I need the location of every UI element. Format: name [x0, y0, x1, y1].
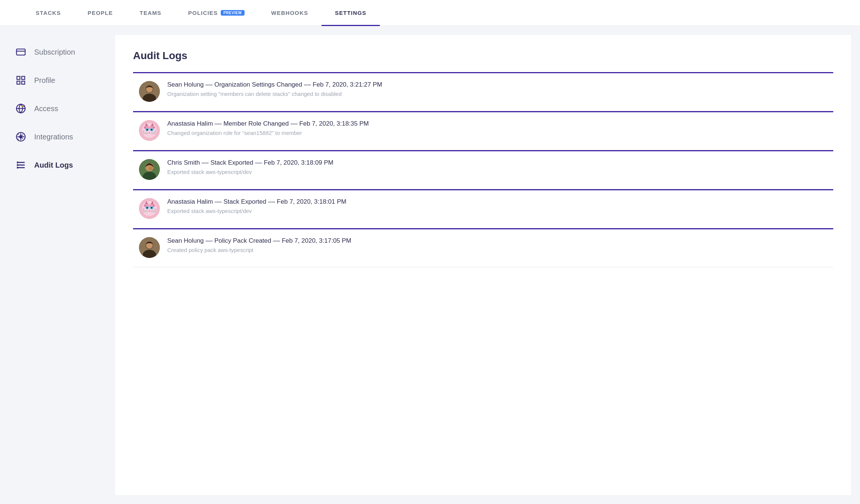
- svg-point-60: [153, 204, 155, 207]
- avatar: [139, 120, 160, 141]
- log-timestamp: Feb 7, 2020, 3:18:09 PM: [264, 159, 333, 166]
- log-timestamp: Feb 7, 2020, 3:18:01 PM: [277, 198, 346, 205]
- log-title: Anastasia Halim –– Member Role Changed –…: [167, 120, 369, 127]
- svg-point-23: [142, 123, 157, 138]
- svg-rect-5: [22, 81, 25, 84]
- svg-point-31: [151, 129, 152, 130]
- log-text: Chris Smith –– Stack Exported –– Feb 7, …: [167, 159, 333, 175]
- nav-item-policies[interactable]: POLICIES PREVIEW: [175, 0, 258, 26]
- sidebar-label-audit-logs: Audit Logs: [34, 161, 73, 169]
- log-event: Organization Settings Changed: [214, 81, 302, 88]
- sidebar-item-audit-logs[interactable]: Audit Logs: [0, 151, 115, 179]
- log-separator: ––: [206, 81, 214, 88]
- layout: Subscription Profile 🔒: [0, 26, 860, 504]
- avatar: [139, 237, 160, 258]
- svg-rect-2: [17, 77, 20, 80]
- log-text: Sean Holung –– Organization Settings Cha…: [167, 81, 382, 97]
- svg-rect-0: [16, 49, 25, 55]
- svg-point-62: [155, 209, 156, 210]
- svg-point-40: [155, 130, 156, 132]
- log-separator2: ––: [291, 120, 300, 127]
- avatar: [139, 159, 160, 180]
- top-nav: STACKS PEOPLE TEAMS POLICIES PREVIEW WEB…: [0, 0, 860, 26]
- svg-point-30: [146, 129, 148, 130]
- log-detail: Changed organization role for "sean15882…: [167, 130, 369, 136]
- log-user: Chris Smith: [167, 159, 200, 166]
- sidebar: Subscription Profile 🔒: [0, 26, 115, 504]
- nav-item-teams[interactable]: TEAMS: [126, 0, 175, 26]
- log-entry: Sean Holung –– Organization Settings Cha…: [133, 72, 833, 111]
- nav-label-teams: TEAMS: [140, 10, 162, 16]
- svg-rect-4: [17, 81, 20, 84]
- svg-text:🔒: 🔒: [22, 104, 25, 107]
- avatar: [139, 81, 160, 102]
- log-event: Stack Exported: [210, 159, 253, 166]
- nav-item-webhooks[interactable]: WEBHOOKS: [258, 0, 322, 26]
- nav-label-stacks: STACKS: [36, 10, 61, 16]
- log-user: Sean Holung: [167, 237, 204, 244]
- svg-point-53: [151, 207, 152, 209]
- nav-item-stacks[interactable]: STACKS: [22, 0, 74, 26]
- sidebar-label-profile: Profile: [34, 76, 55, 85]
- log-text: Sean Holung –– Policy Pack Created –– Fe…: [167, 237, 351, 253]
- log-timestamp: Feb 7, 2020, 3:17:05 PM: [282, 237, 351, 244]
- sidebar-item-access[interactable]: 🔒 Access: [0, 94, 115, 123]
- log-entry: Chris Smith –– Stack Exported –– Feb 7, …: [133, 150, 833, 189]
- sidebar-label-integrations: Integrations: [34, 133, 73, 141]
- log-event: Policy Pack Created: [214, 237, 271, 244]
- nav-item-people[interactable]: PEOPLE: [74, 0, 126, 26]
- credit-card-icon: [15, 46, 27, 58]
- svg-point-37: [144, 126, 146, 129]
- svg-point-39: [143, 130, 144, 132]
- svg-point-59: [144, 204, 146, 207]
- svg-point-45: [142, 201, 157, 216]
- log-event: Stack Exported: [223, 198, 266, 205]
- svg-point-52: [146, 207, 148, 209]
- log-user: Anastasia Halim: [167, 120, 213, 127]
- nav-label-policies: POLICIES: [188, 10, 218, 16]
- log-title: Sean Holung –– Policy Pack Created –– Fe…: [167, 237, 351, 245]
- sidebar-label-subscription: Subscription: [34, 48, 75, 56]
- log-detail: Created policy pack aws-typescript: [167, 247, 351, 253]
- log-separator2: ––: [304, 81, 313, 88]
- log-separator2: ––: [273, 237, 282, 244]
- log-text: Anastasia Halim –– Stack Exported –– Feb…: [167, 198, 346, 214]
- log-separator: ––: [202, 159, 211, 166]
- log-user: Sean Holung: [167, 81, 204, 88]
- log-entry: Sean Holung –– Policy Pack Created –– Fe…: [133, 228, 833, 267]
- main-content: Audit Logs Sean Holung –– Organization S…: [115, 35, 851, 495]
- svg-point-61: [143, 209, 144, 210]
- log-title: Sean Holung –– Organization Settings Cha…: [167, 81, 382, 88]
- sidebar-label-access: Access: [34, 104, 58, 113]
- integrations-icon: [15, 131, 27, 143]
- nav-label-settings: SETTINGS: [335, 10, 366, 16]
- sidebar-item-subscription[interactable]: Subscription: [0, 38, 115, 66]
- audit-logs-icon: [15, 159, 27, 171]
- log-separator: ––: [215, 120, 224, 127]
- log-timestamp: Feb 7, 2020, 3:21:27 PM: [313, 81, 382, 88]
- log-user: Anastasia Halim: [167, 198, 213, 205]
- nav-item-settings[interactable]: SETTINGS: [321, 0, 380, 26]
- svg-point-11: [20, 136, 22, 138]
- log-timestamp: Feb 7, 2020, 3:18:35 PM: [299, 120, 369, 127]
- log-separator2: ––: [268, 198, 277, 205]
- svg-rect-3: [22, 77, 25, 80]
- sidebar-item-integrations[interactable]: Integrations: [0, 123, 115, 151]
- access-icon: 🔒: [15, 103, 27, 114]
- log-detail: Organization setting "members can delete…: [167, 91, 382, 97]
- nav-label-people: PEOPLE: [88, 10, 113, 16]
- sidebar-item-profile[interactable]: Profile: [0, 66, 115, 94]
- profile-icon: [15, 74, 27, 86]
- log-entry: Anastasia Halim –– Member Role Changed –…: [133, 111, 833, 150]
- page-title: Audit Logs: [133, 50, 833, 62]
- log-separator: ––: [206, 237, 214, 244]
- log-title: Anastasia Halim –– Stack Exported –– Feb…: [167, 198, 346, 206]
- log-text: Anastasia Halim –– Member Role Changed –…: [167, 120, 369, 136]
- log-title: Chris Smith –– Stack Exported –– Feb 7, …: [167, 159, 333, 167]
- log-separator: ––: [215, 198, 224, 205]
- log-entry: Anastasia Halim –– Stack Exported –– Feb…: [133, 189, 833, 228]
- preview-badge: PREVIEW: [221, 10, 245, 16]
- log-separator2: ––: [255, 159, 264, 166]
- nav-label-webhooks: WEBHOOKS: [271, 10, 308, 16]
- log-event: Member Role Changed: [223, 120, 289, 127]
